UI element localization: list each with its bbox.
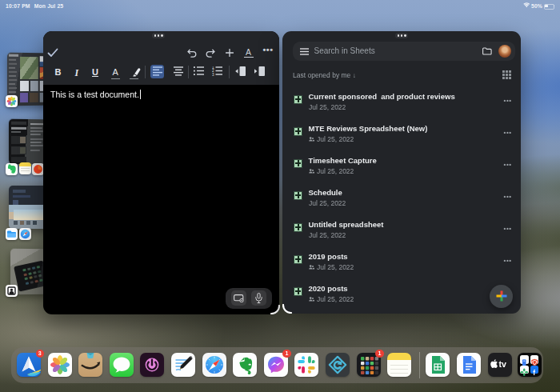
svg-text:f: f: [533, 369, 535, 376]
svg-text:3: 3: [212, 72, 214, 75]
svg-text:tv: tv: [498, 359, 506, 369]
